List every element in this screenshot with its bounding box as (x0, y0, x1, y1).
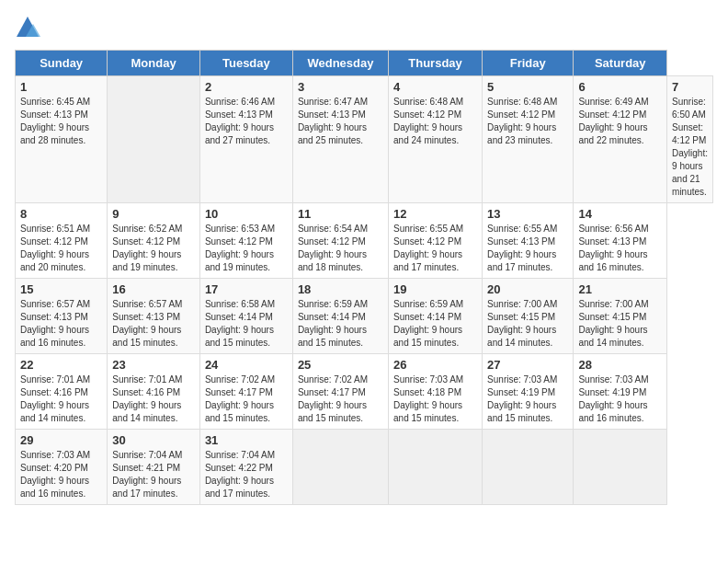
day-header-monday: Monday (108, 51, 200, 76)
calendar-week-1: 8Sunrise: 6:51 AMSunset: 4:12 PMDaylight… (16, 203, 713, 279)
calendar-day-19: 19Sunrise: 6:59 AMSunset: 4:14 PMDayligh… (389, 279, 483, 354)
day-header-wednesday: Wednesday (292, 51, 388, 76)
calendar-day-5: 5Sunrise: 6:48 AMSunset: 4:12 PMDaylight… (483, 76, 574, 203)
calendar-day-1: 1Sunrise: 6:45 AMSunset: 4:13 PMDaylight… (16, 76, 108, 203)
calendar-day-22: 22Sunrise: 7:01 AMSunset: 4:16 PMDayligh… (16, 354, 108, 430)
calendar-day-12: 12Sunrise: 6:55 AMSunset: 4:12 PMDayligh… (389, 203, 483, 279)
calendar-week-3: 22Sunrise: 7:01 AMSunset: 4:16 PMDayligh… (16, 354, 713, 430)
calendar-day-30: 30Sunrise: 7:04 AMSunset: 4:21 PMDayligh… (108, 430, 200, 505)
calendar-day-11: 11Sunrise: 6:54 AMSunset: 4:12 PMDayligh… (292, 203, 388, 279)
calendar-empty (108, 76, 200, 203)
calendar-day-20: 20Sunrise: 7:00 AMSunset: 4:15 PMDayligh… (483, 279, 574, 354)
calendar-day-3: 3Sunrise: 6:47 AMSunset: 4:13 PMDaylight… (292, 76, 388, 203)
day-header-tuesday: Tuesday (199, 51, 292, 76)
calendar-day-26: 26Sunrise: 7:03 AMSunset: 4:18 PMDayligh… (389, 354, 483, 430)
calendar-day-8: 8Sunrise: 6:51 AMSunset: 4:12 PMDaylight… (16, 203, 108, 279)
calendar-day-9: 9Sunrise: 6:52 AMSunset: 4:12 PMDaylight… (108, 203, 200, 279)
calendar-week-2: 15Sunrise: 6:57 AMSunset: 4:13 PMDayligh… (16, 279, 713, 354)
calendar-day-13: 13Sunrise: 6:55 AMSunset: 4:13 PMDayligh… (483, 203, 574, 279)
day-header-thursday: Thursday (389, 51, 483, 76)
calendar-empty (574, 430, 667, 505)
calendar-week-4: 29Sunrise: 7:03 AMSunset: 4:20 PMDayligh… (16, 430, 713, 505)
calendar-empty (483, 430, 574, 505)
calendar-day-4: 4Sunrise: 6:48 AMSunset: 4:12 PMDaylight… (389, 76, 483, 203)
calendar-day-6: 6Sunrise: 6:49 AMSunset: 4:12 PMDaylight… (574, 76, 667, 203)
calendar-day-2: 2Sunrise: 6:46 AMSunset: 4:13 PMDaylight… (199, 76, 292, 203)
calendar-day-24: 24Sunrise: 7:02 AMSunset: 4:17 PMDayligh… (199, 354, 292, 430)
calendar-week-0: 1Sunrise: 6:45 AMSunset: 4:13 PMDaylight… (16, 76, 713, 203)
calendar-day-18: 18Sunrise: 6:59 AMSunset: 4:14 PMDayligh… (292, 279, 388, 354)
day-header-sunday: Sunday (16, 51, 108, 76)
calendar-day-15: 15Sunrise: 6:57 AMSunset: 4:13 PMDayligh… (16, 279, 108, 354)
calendar-day-25: 25Sunrise: 7:02 AMSunset: 4:17 PMDayligh… (292, 354, 388, 430)
calendar-day-17: 17Sunrise: 6:58 AMSunset: 4:14 PMDayligh… (199, 279, 292, 354)
calendar-day-10: 10Sunrise: 6:53 AMSunset: 4:12 PMDayligh… (199, 203, 292, 279)
calendar-day-28: 28Sunrise: 7:03 AMSunset: 4:19 PMDayligh… (574, 354, 667, 430)
calendar-day-21: 21Sunrise: 7:00 AMSunset: 4:15 PMDayligh… (574, 279, 667, 354)
day-header-friday: Friday (483, 51, 574, 76)
calendar-table: SundayMondayTuesdayWednesdayThursdayFrid… (15, 50, 713, 505)
page-header (15, 15, 713, 40)
calendar-day-23: 23Sunrise: 7:01 AMSunset: 4:16 PMDayligh… (108, 354, 200, 430)
calendar-day-16: 16Sunrise: 6:57 AMSunset: 4:13 PMDayligh… (108, 279, 200, 354)
logo-icon (15, 15, 40, 40)
calendar-day-27: 27Sunrise: 7:03 AMSunset: 4:19 PMDayligh… (483, 354, 574, 430)
calendar-empty (389, 430, 483, 505)
calendar-day-31: 31Sunrise: 7:04 AMSunset: 4:22 PMDayligh… (199, 430, 292, 505)
day-header-saturday: Saturday (574, 51, 667, 76)
calendar-header-row: SundayMondayTuesdayWednesdayThursdayFrid… (16, 51, 713, 76)
calendar-day-7: 7Sunrise: 6:50 AMSunset: 4:12 PMDaylight… (667, 76, 713, 203)
calendar-empty (292, 430, 388, 505)
calendar-day-14: 14Sunrise: 6:56 AMSunset: 4:13 PMDayligh… (574, 203, 667, 279)
logo (15, 15, 44, 40)
calendar-day-29: 29Sunrise: 7:03 AMSunset: 4:20 PMDayligh… (16, 430, 108, 505)
